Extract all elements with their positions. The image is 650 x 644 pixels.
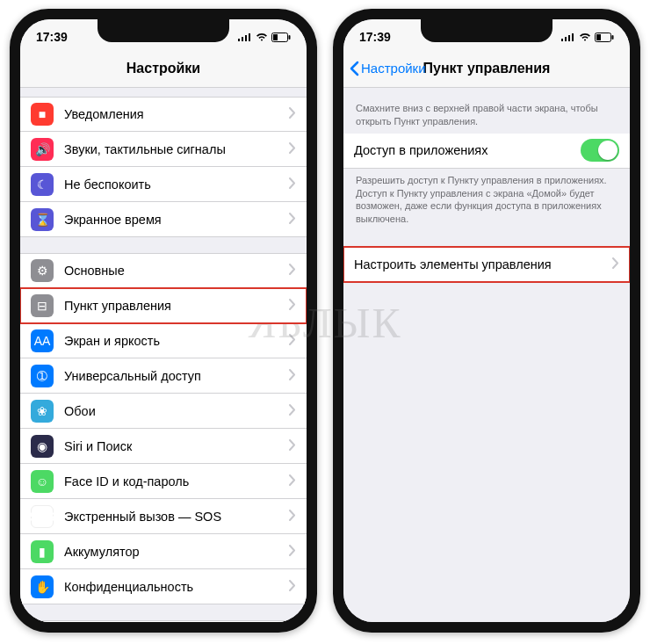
svg-rect-6 xyxy=(289,35,291,40)
battery-icon xyxy=(271,33,291,42)
row-label: Уведомления xyxy=(64,107,289,121)
dnd-icon: ☾ xyxy=(31,173,54,196)
settings-row-controlcenter[interactable]: ⊟Пункт управления xyxy=(20,288,307,323)
row-label: Пункт управления xyxy=(64,299,289,313)
chevron-right-icon xyxy=(289,368,296,384)
chevron-right-icon xyxy=(289,474,296,489)
general-icon: ⚙ xyxy=(31,259,54,282)
controlcenter-content[interactable]: Смахните вниз с верхней правой части экр… xyxy=(343,88,630,622)
accessibility-icon: ➀ xyxy=(31,365,54,387)
row-label: Экстренный вызов — SOS xyxy=(64,510,289,524)
access-in-apps-switch[interactable] xyxy=(581,139,619,162)
page-title: Пункт управления xyxy=(423,61,551,76)
row-label: Конфиденциальность xyxy=(64,580,289,594)
settings-row-itunes[interactable]: ⒶiTunes Store и App Store xyxy=(20,620,307,622)
back-label: Настройки xyxy=(361,61,426,76)
row-label: Основные xyxy=(64,264,289,278)
customize-controls-row[interactable]: Настроить элементы управления xyxy=(343,247,630,282)
navbar-right: Настройки Пункт управления xyxy=(343,49,630,88)
row-label: Экран и яркость xyxy=(64,334,289,348)
chevron-right-icon xyxy=(289,298,296,314)
hint-top: Смахните вниз с верхней правой части экр… xyxy=(343,97,630,134)
access-in-apps-row[interactable]: Доступ в приложениях xyxy=(343,134,630,169)
settings-list[interactable]: ■Уведомления🔊Звуки, тактильные сигналы☾Н… xyxy=(20,88,307,622)
signal-icon xyxy=(238,33,252,41)
svg-rect-3 xyxy=(249,33,250,41)
chevron-right-icon xyxy=(289,106,296,122)
notch xyxy=(421,19,552,42)
settings-row-general[interactable]: ⚙Основные xyxy=(20,253,307,288)
wifi-icon xyxy=(579,33,591,41)
settings-row-screentime[interactable]: ⌛Экранное время xyxy=(20,202,307,237)
settings-row-sos[interactable]: SOSЭкстренный вызов — SOS xyxy=(20,499,307,534)
svg-rect-0 xyxy=(238,39,240,41)
settings-row-accessibility[interactable]: ➀Универсальный доступ xyxy=(20,358,307,394)
settings-row-faceid[interactable]: ☺Face ID и код-пароль xyxy=(20,464,307,499)
faceid-icon: ☺ xyxy=(31,470,54,493)
display-icon: AA xyxy=(31,329,54,352)
svg-rect-5 xyxy=(273,34,278,40)
row-label: Не беспокоить xyxy=(64,177,289,192)
row-label: Аккумулятор xyxy=(64,545,289,559)
privacy-icon: ✋ xyxy=(31,575,54,598)
row-label: Звуки, тактильные сигналы xyxy=(64,142,289,156)
svg-rect-8 xyxy=(565,37,567,41)
chevron-right-icon xyxy=(289,509,296,525)
signal-icon xyxy=(561,33,575,41)
siri-icon: ◉ xyxy=(31,435,54,458)
row-label: Универсальный доступ xyxy=(64,369,289,383)
svg-rect-9 xyxy=(568,35,570,41)
chevron-right-icon xyxy=(289,438,296,454)
chevron-right-icon xyxy=(289,403,296,419)
row-label: Экранное время xyxy=(64,213,289,227)
chevron-right-icon xyxy=(289,579,296,595)
chevron-right-icon xyxy=(289,212,296,228)
settings-row-display[interactable]: AAЭкран и яркость xyxy=(20,323,307,358)
svg-rect-7 xyxy=(561,39,563,41)
sounds-icon: 🔊 xyxy=(31,138,54,161)
chevron-right-icon xyxy=(289,141,296,157)
status-time: 17:39 xyxy=(36,30,68,44)
phone-left: 17:39 Настройки ■Уведомления🔊Звуки, такт… xyxy=(10,9,317,633)
battery-icon: ▮ xyxy=(31,540,54,563)
chevron-right-icon xyxy=(289,544,296,560)
settings-row-battery[interactable]: ▮Аккумулятор xyxy=(20,534,307,569)
notifications-icon: ■ xyxy=(31,103,54,126)
svg-rect-2 xyxy=(245,35,247,41)
screentime-icon: ⌛ xyxy=(31,208,54,231)
row-label: Обои xyxy=(64,404,289,418)
settings-row-privacy[interactable]: ✋Конфиденциальность xyxy=(20,569,307,604)
status-icons xyxy=(238,33,291,42)
svg-rect-1 xyxy=(242,37,243,41)
row-label: Siri и Поиск xyxy=(64,439,289,453)
chevron-right-icon xyxy=(289,333,296,349)
hint-bottom: Разрешить доступ к Пункту управления в п… xyxy=(343,169,630,231)
status-time: 17:39 xyxy=(359,30,391,44)
settings-row-notifications[interactable]: ■Уведомления xyxy=(20,97,307,132)
settings-row-sounds[interactable]: 🔊Звуки, тактильные сигналы xyxy=(20,132,307,167)
row-label: Face ID и код-пароль xyxy=(64,474,289,488)
screen-right: 17:39 Настройки Пункт управления Смахнит… xyxy=(343,19,630,622)
navbar-left: Настройки xyxy=(20,49,307,88)
settings-row-wallpaper[interactable]: ❀Обои xyxy=(20,394,307,429)
back-button[interactable]: Настройки xyxy=(349,61,426,76)
svg-rect-10 xyxy=(572,33,574,41)
wallpaper-icon: ❀ xyxy=(31,400,54,423)
chevron-right-icon xyxy=(612,257,619,272)
battery-icon xyxy=(595,33,614,42)
page-title: Настройки xyxy=(126,61,200,76)
settings-row-dnd[interactable]: ☾Не беспокоить xyxy=(20,167,307,202)
svg-rect-12 xyxy=(596,34,601,40)
status-icons xyxy=(561,33,614,42)
phone-right: 17:39 Настройки Пункт управления Смахнит… xyxy=(333,9,640,633)
svg-rect-13 xyxy=(612,35,614,40)
screen-left: 17:39 Настройки ■Уведомления🔊Звуки, такт… xyxy=(20,19,307,622)
chevron-left-icon xyxy=(349,61,359,76)
settings-row-siri[interactable]: ◉Siri и Поиск xyxy=(20,429,307,464)
wifi-icon xyxy=(256,33,268,41)
sos-icon: SOS xyxy=(31,505,54,528)
notch xyxy=(98,19,229,42)
access-in-apps-label: Доступ в приложениях xyxy=(354,143,581,157)
controlcenter-icon: ⊟ xyxy=(31,294,54,317)
customize-controls-label: Настроить элементы управления xyxy=(354,257,612,271)
